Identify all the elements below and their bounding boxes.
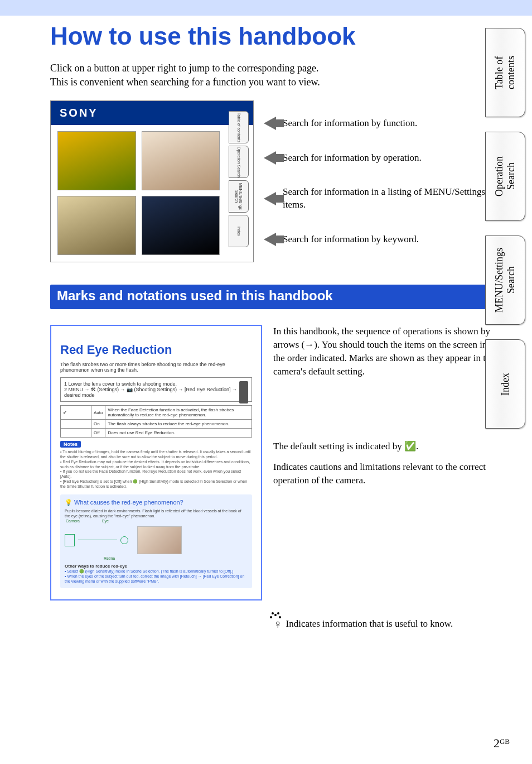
mini-tab: Table of contents: [229, 111, 249, 143]
mode-stack-icon: [239, 381, 248, 403]
example-steps: 1 Lower the lens cover to switch to shoo…: [60, 377, 252, 402]
thumb-image: [142, 196, 220, 255]
annot-menu-settings: Search for information in a listing of M…: [283, 186, 499, 212]
brand-label: SONY: [51, 101, 253, 125]
section-heading: Marks and notations used in this handboo…: [50, 285, 499, 309]
annot-cautions: Indicates cautions and limitations relev…: [273, 460, 499, 487]
annot-tip: Indicates information that is useful to …: [286, 617, 453, 631]
thumb-image: [57, 196, 136, 255]
retina-diagram: [65, 526, 248, 554]
example-step-2: 2 MENU → 🛠 (Settings) → 📷 (Shooting Sett…: [64, 387, 248, 398]
side-tab-operation-search[interactable]: Operation Search: [485, 132, 525, 221]
intro-line1: Click on a button at upper right to jump…: [50, 63, 318, 74]
arrow-left-icon: [264, 117, 276, 130]
table-cell: On: [91, 420, 105, 429]
thumb-image: [57, 131, 136, 190]
page-number: 2GB: [494, 736, 510, 751]
thumb-image: [142, 131, 220, 190]
annot-operation: Search for information by operation.: [283, 152, 422, 165]
mini-tab: MENU/Settings Search: [229, 180, 249, 213]
table-cell: The flash always strobes to reduce the r…: [105, 420, 252, 429]
retina-label: Eye: [102, 519, 109, 523]
side-tab-index[interactable]: Index: [485, 339, 525, 429]
example-page-card: Red Eye Reduction The flash strobes two …: [50, 325, 262, 600]
retina-label: Camera: [66, 519, 80, 523]
arrow-left-icon: [264, 233, 276, 246]
example-title: Red Eye Reduction: [60, 343, 252, 357]
page-title: How to use this handbook: [50, 22, 499, 50]
tip-body: Pupils become dilated in dark environmen…: [65, 508, 248, 518]
table-cell: When the Face Detection function is acti…: [105, 406, 252, 420]
example-table: ✔AutoWhen the Face Detection function is…: [60, 405, 252, 438]
intro-text: Click on a button at upper right to jump…: [50, 61, 499, 89]
example-screenshot: SONY Table of contents Operation Search …: [50, 100, 254, 262]
side-tab-contents[interactable]: Table of contents: [485, 28, 525, 117]
annot-function: Search for information by function.: [283, 117, 417, 130]
lightbulb-icon: ♀: [273, 617, 283, 632]
annot-default-setting: The default setting is indicated by ✅.: [273, 440, 499, 453]
other-ways-body: • Select 🟢 (High Sensitivity) mode in Sc…: [65, 569, 248, 584]
mini-tab: Index: [229, 215, 249, 247]
annot-sequence: In this handbook, the sequence of operat…: [273, 325, 499, 378]
tip-box: 💡 What causes the red-eye phenomenon? Pu…: [60, 494, 252, 588]
annot-keyword: Search for information by keyword.: [283, 233, 419, 246]
other-ways-title: Other ways to reduce red-eye: [65, 564, 248, 569]
table-cell: Does not use Red Eye Reduction.: [105, 429, 252, 438]
mini-tab: Operation Search: [229, 146, 249, 178]
arrow-left-icon: [264, 192, 276, 205]
table-cell: Off: [91, 429, 105, 438]
side-tab-menu-settings-search[interactable]: MENU/Settings Search: [485, 236, 525, 325]
checkmark-icon: ✅: [404, 441, 416, 451]
intro-line2: This is convenient when searching for a …: [50, 76, 320, 88]
arrow-left-icon: [264, 151, 276, 165]
example-subtitle: The flash strobes two or more times befo…: [60, 362, 252, 373]
retina-label: Retina: [104, 556, 115, 560]
example-step-1: 1 Lower the lens cover to switch to shoo…: [64, 381, 248, 387]
tip-title: What causes the red-eye phenomenon?: [74, 499, 183, 506]
table-cell: Auto: [91, 406, 105, 420]
notes-bullets: • To avoid blurring of images, hold the …: [60, 450, 252, 489]
notes-badge: Notes: [60, 441, 81, 448]
